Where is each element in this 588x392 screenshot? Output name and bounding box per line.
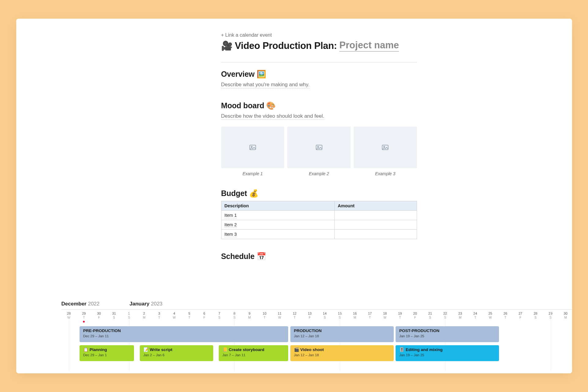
timeline-day: 10T (257, 312, 272, 319)
timeline-day: 24T (468, 312, 483, 319)
schedule-task-bar[interactable]: 📝Write scriptJan 2 – Jan 6 (140, 345, 213, 361)
budget-col-desc: Description (221, 201, 335, 211)
timeline-day: 25W (483, 312, 498, 319)
timeline-day: 29S (543, 312, 558, 319)
schedule-phase-bar[interactable]: PRODUCTIONJan 12 – Jan 18 (290, 326, 394, 342)
mood-caption: Example 2 (309, 171, 329, 176)
timeline-day: 28S (528, 312, 543, 319)
timeline-day: 5T (182, 312, 197, 319)
schedule-task-bar[interactable]: 📒Create storyboardJan 7 – Jan 11 (219, 345, 288, 361)
timeline-day: 23M (453, 312, 468, 319)
timeline-day: 3T (152, 312, 167, 319)
timeline-day: 15S (332, 312, 347, 319)
timeline-ruler (61, 309, 572, 310)
timeline-day: 9M (242, 312, 257, 319)
title-prefix: Video Production Plan: (235, 40, 337, 51)
timeline-day: 30F (91, 312, 106, 319)
timeline-day: 7S (212, 312, 227, 319)
image-icon (249, 143, 257, 151)
image-icon (315, 143, 323, 151)
schedule-timeline[interactable]: December 2022January 2023 28W29T30F31S1S… (61, 301, 572, 326)
today-marker (83, 321, 85, 323)
task-icon: 🎬 (294, 347, 299, 352)
timeline-day: 12T (287, 312, 302, 319)
timeline-day: 14S (317, 312, 332, 319)
budget-row[interactable]: Item 2 (221, 220, 417, 230)
document-page: + Link a calendar event 🎥 Video Producti… (16, 19, 572, 373)
document-body: + Link a calendar event 🎥 Video Producti… (221, 32, 417, 264)
mood-caption: Example 3 (375, 171, 395, 176)
svg-point-1 (251, 146, 252, 147)
mood-card[interactable]: Example 2 (287, 127, 351, 176)
timeline-day: 16M (347, 312, 362, 319)
project-name-field[interactable]: Project name (339, 40, 399, 52)
mood-card[interactable]: Example 3 (354, 127, 417, 176)
divider (221, 62, 417, 62)
moodboard-row: Example 1Example 2Example 3 (221, 127, 417, 176)
timeline-day: 18W (378, 312, 393, 319)
image-placeholder[interactable] (287, 127, 351, 168)
timeline-day: 4W (167, 312, 182, 319)
schedule-phase-bar[interactable]: PRE-PRODUCTIONDec 29 – Jan 11 (80, 326, 288, 342)
timeline-days: 28W29T30F31S1S2M3T4W5T6F7S8S9M10T11W12T1… (61, 312, 572, 322)
timeline-day: 20F (408, 312, 422, 319)
timeline-day: 22S (438, 312, 453, 319)
link-calendar-button[interactable]: + Link a calendar event (221, 32, 417, 38)
timeline-day: 29T (76, 312, 91, 319)
page-title: 🎥 Video Production Plan: Project name (221, 40, 417, 52)
schedule-heading: Schedule 📅 (221, 252, 417, 261)
timeline-day: 31S (106, 312, 121, 319)
timeline-day: 17T (363, 312, 378, 319)
timeline-day: 26T (498, 312, 513, 319)
task-icon: 📒 (222, 347, 228, 352)
moodboard-prompt[interactable]: Describe how the video should look and f… (221, 113, 324, 120)
budget-heading: Budget 💰 (221, 189, 417, 198)
image-icon (381, 143, 389, 151)
timeline-day: 13F (302, 312, 317, 319)
budget-amount-cell[interactable] (335, 230, 417, 239)
timeline-month: January 2023 (129, 301, 162, 307)
svg-point-3 (318, 146, 318, 147)
task-icon: 📝 (143, 347, 149, 352)
schedule-task-bar[interactable]: 🎚️Editing and mixingJan 19 – Jan 25 (396, 345, 499, 361)
timeline-day: 27F (513, 312, 528, 319)
timeline-day: 19T (393, 312, 408, 319)
budget-row[interactable]: Item 1 (221, 211, 417, 220)
budget-amount-cell[interactable] (335, 220, 417, 230)
moodboard-heading: Mood board 🎨 (221, 101, 417, 110)
timeline-day: 28W (61, 312, 76, 319)
budget-desc-cell[interactable]: Item 2 (221, 220, 335, 230)
mood-caption: Example 1 (243, 171, 263, 176)
timeline-month-row: December 2022January 2023 (61, 301, 572, 307)
timeline-day: 6F (197, 312, 212, 319)
overview-heading: Overview 🖼️ (221, 70, 417, 79)
task-icon: 🎚️ (399, 347, 404, 352)
overview-prompt[interactable]: Describe what you're making and why. (221, 82, 310, 88)
schedule-task-bar[interactable]: 📋PlanningDec 29 – Jan 1 (80, 345, 134, 361)
timeline-day: 11W (272, 312, 287, 319)
budget-table: Description Amount Item 1Item 2Item 3 (221, 201, 417, 239)
movie-camera-icon: 🎥 (221, 41, 233, 50)
schedule-task-bar[interactable]: 🎬Video shootJan 12 – Jan 18 (290, 345, 394, 361)
budget-desc-cell[interactable]: Item 3 (221, 230, 335, 239)
timeline-day: 8S (227, 312, 242, 319)
timeline-day: 30M (558, 312, 572, 319)
schedule-phase-bar[interactable]: POST-PRODUCTIONJan 19 – Jan 25 (396, 326, 499, 342)
timeline-day: 2M (137, 312, 152, 319)
task-icon: 📋 (83, 347, 88, 352)
image-placeholder[interactable] (354, 127, 417, 168)
image-placeholder[interactable] (221, 127, 285, 168)
mood-card[interactable]: Example 1 (221, 127, 285, 176)
timeline-month: December 2022 (61, 301, 100, 307)
timeline-day: 1S (121, 312, 136, 319)
svg-point-5 (384, 146, 385, 147)
budget-col-amount: Amount (335, 201, 417, 211)
budget-row[interactable]: Item 3 (221, 230, 417, 239)
budget-desc-cell[interactable]: Item 1 (221, 211, 335, 220)
timeline-day: 21S (422, 312, 437, 319)
budget-amount-cell[interactable] (335, 211, 417, 220)
